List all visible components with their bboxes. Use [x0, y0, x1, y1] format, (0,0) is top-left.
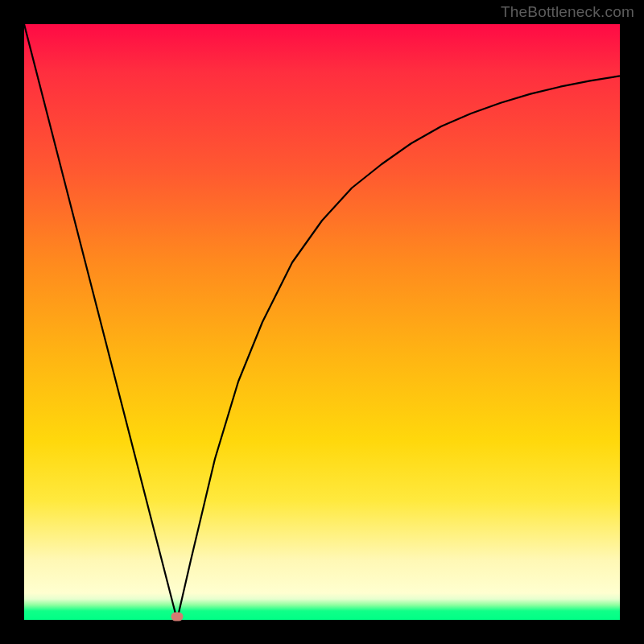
bottleneck-curve [24, 24, 620, 620]
curve-svg [24, 24, 620, 620]
attribution-link[interactable]: TheBottleneck.com [501, 3, 634, 21]
chart-frame: TheBottleneck.com [0, 0, 644, 644]
min-marker [171, 613, 184, 621]
plot-area [24, 24, 620, 620]
